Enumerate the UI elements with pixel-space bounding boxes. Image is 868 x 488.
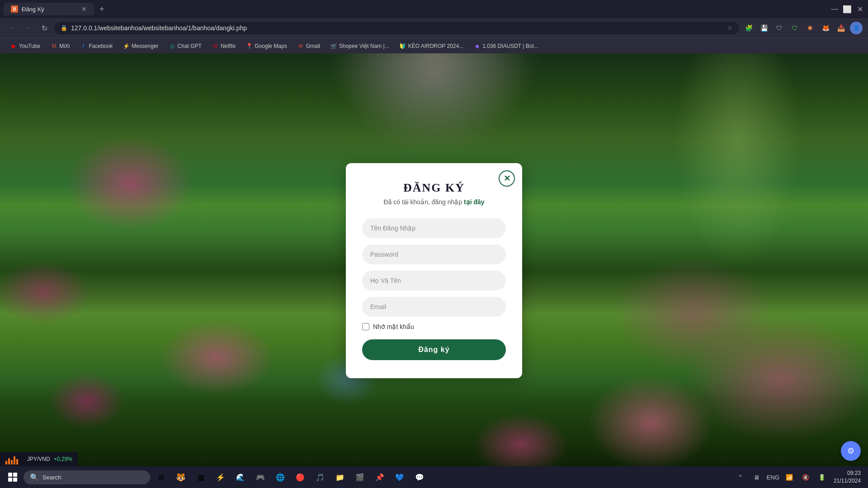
taskbar-app-multiwindow[interactable]: ⊞ (152, 468, 170, 486)
fullname-input[interactable] (362, 271, 506, 291)
close-icon: ✕ (504, 174, 510, 183)
remember-row: Nhớ mật khẩu (362, 323, 506, 330)
remember-label[interactable]: Nhớ mật khẩu (373, 323, 414, 330)
bookmark-googlemaps[interactable]: 📍 Google Maps (241, 41, 291, 52)
toolbar-icons: 🧩 💾 🛡 🛡 ✱ 🦊 📥 👤 (742, 22, 863, 34)
puzzle-icon[interactable]: 📥 (835, 22, 847, 34)
bookmark-shopee-label: Shopee Việt Nam |... (339, 43, 389, 49)
bookmark-messenger-label: Messenger (132, 43, 158, 49)
bookmark-shopee[interactable]: 🛒 Shopee Việt Nam |... (326, 41, 394, 52)
bookmark-facebook[interactable]: f Facebook (75, 41, 118, 52)
registration-modal: ✕ ĐĂNG KÝ Đã có tài khoản, đăng nhập tại… (346, 163, 522, 378)
youtube-icon: ▶ (10, 42, 17, 50)
password-input[interactable] (362, 244, 506, 264)
bookmark-chatgpt-label: Chat GPT (178, 43, 202, 49)
bitwarden-icon[interactable]: 🛡 (773, 22, 786, 34)
taskbar-app-task[interactable]: ▦ (192, 468, 210, 486)
taskbar-app-widget[interactable]: 🐯 (172, 468, 190, 486)
taskbar-clock[interactable]: 09:23 21/11/2024 (834, 469, 864, 485)
nord-icon[interactable]: 🛡 (788, 22, 801, 34)
bookmark-mixi-label: MiXi (59, 43, 70, 49)
highlight-icon[interactable]: ✱ (804, 22, 816, 34)
taskbar-app-app2[interactable]: 📌 (371, 468, 389, 486)
modal-title: ĐĂNG KÝ (362, 181, 506, 195)
taskbar-app-vscode[interactable]: 💙 (391, 468, 409, 486)
secure-icon: 🔒 (61, 25, 67, 31)
url-bar[interactable]: 🔒 127.0.0.1/websitebanhoa/websitebanhoa/… (54, 22, 739, 34)
clock-date: 21/11/2024 (834, 477, 861, 485)
url-text: 127.0.0.1/websitebanhoa/websitebanhoa/1/… (71, 24, 724, 32)
search-magnifier-icon: 🔍 (30, 473, 39, 482)
chatgpt-icon: ◎ (169, 42, 176, 50)
username-input[interactable] (362, 218, 506, 238)
bookmark-chatgpt[interactable]: ◎ Chat GPT (164, 41, 206, 52)
login-link[interactable]: tại đây (464, 198, 485, 206)
tray-wifi[interactable]: 📶 (783, 471, 796, 483)
submit-button[interactable]: Đăng ký (362, 339, 506, 360)
bookmark-facebook-label: Facebook (89, 43, 113, 49)
taskbar-app-chrome[interactable]: 🌐 (271, 468, 289, 486)
taskbar-app-media[interactable]: 🎬 (351, 468, 369, 486)
tray-volume[interactable]: 🔇 (799, 471, 812, 483)
new-tab-button[interactable]: + (96, 5, 108, 14)
bookmark-dia[interactable]: ◆ 1.036 DIAUSDT | Bot... (469, 41, 543, 52)
taskbar-app-zalo[interactable]: 💬 (410, 468, 429, 486)
bookmark-netflix[interactable]: N Netflix (207, 41, 240, 52)
floating-settings-button[interactable]: ⚙ (841, 441, 861, 461)
profile-avatar[interactable]: 👤 (850, 22, 863, 34)
star-icon: ☆ (727, 25, 732, 31)
keo-icon: 🔰 (399, 42, 406, 50)
bookmark-gmail[interactable]: ✉ Gmail (292, 41, 325, 52)
browser-chrome: B Đăng Ký ✕ + — ⬜ ✕ ← → ↻ 🔒 127.0.0.1/we… (0, 0, 868, 53)
metamask-icon[interactable]: 🦊 (819, 22, 832, 34)
email-input[interactable] (362, 297, 506, 317)
refresh-button[interactable]: ↻ (38, 22, 51, 34)
bookmark-gmail-label: Gmail (306, 43, 320, 49)
stock-ticker: JPY/VND +0,29% (0, 452, 78, 466)
candle-bar-3 (11, 460, 13, 465)
remember-checkbox[interactable] (362, 323, 369, 330)
chrome-icon: 🌐 (276, 473, 285, 482)
modal-close-button[interactable]: ✕ (499, 170, 515, 187)
taskbar-app-powershell[interactable]: ⚡ (212, 468, 230, 486)
facebook-icon: f (80, 42, 87, 50)
tray-display[interactable]: 🖥 (750, 471, 763, 483)
shopee-icon: 🛒 (330, 42, 337, 50)
bookmarks-bar: ▶ YouTube M MiXi f Facebook ⚡ Messenger … (0, 38, 868, 53)
modal-subtitle: Đã có tài khoản, đăng nhập tại đây (362, 198, 506, 206)
tray-battery[interactable]: 🔋 (816, 471, 828, 483)
tray-lang[interactable]: ENG (767, 471, 779, 483)
stock-pair: JPY/VND (27, 456, 50, 462)
taskbar-app-edge[interactable]: 🌊 (231, 468, 250, 486)
taskbar-app-csgo[interactable]: 🎮 (251, 468, 269, 486)
gmail-icon: ✉ (297, 42, 304, 50)
active-tab[interactable]: B Đăng Ký ✕ (4, 3, 94, 15)
modal-overlay: ✕ ĐĂNG KÝ Đã có tài khoản, đăng nhập tại… (0, 53, 868, 488)
save-icon[interactable]: 💾 (758, 22, 770, 34)
tray-arrow[interactable]: ⌃ (734, 471, 747, 483)
maximize-button[interactable]: ⬜ (843, 5, 852, 14)
bookmark-youtube[interactable]: ▶ YouTube (5, 41, 45, 52)
bookmark-keo[interactable]: 🔰 KÈO AIRDROP 2024... (395, 41, 468, 52)
taskbar-app-riot[interactable]: 🔴 (291, 468, 309, 486)
back-button[interactable]: ← (5, 22, 18, 34)
tab-close-button[interactable]: ✕ (81, 5, 87, 13)
candle-bar-5 (16, 459, 18, 465)
taskbar: 🔍 Search ⊞ 🐯 ▦ ⚡ 🌊 🎮 🌐 🔴 🎵 (0, 466, 868, 488)
taskbar-app-app1[interactable]: 🎵 (311, 468, 329, 486)
taskbar-search[interactable]: 🔍 Search (24, 470, 150, 484)
bookmark-messenger[interactable]: ⚡ Messenger (118, 41, 163, 52)
taskbar-app-explorer[interactable]: 📁 (331, 468, 349, 486)
close-button[interactable]: ✕ (855, 5, 864, 14)
settings-icon: ⚙ (847, 446, 854, 456)
app1-icon: 🎵 (316, 473, 325, 482)
forward-button[interactable]: → (22, 22, 34, 34)
googlemaps-icon: 📍 (245, 42, 253, 50)
extensions-icon[interactable]: 🧩 (742, 22, 755, 34)
csgo-icon: 🎮 (256, 473, 265, 482)
minimize-button[interactable]: — (830, 5, 839, 14)
start-button[interactable] (4, 468, 22, 486)
bookmark-mixi[interactable]: M MiXi (46, 41, 74, 52)
candle-bar-4 (14, 456, 15, 465)
widget-icon: 🐯 (176, 473, 185, 482)
